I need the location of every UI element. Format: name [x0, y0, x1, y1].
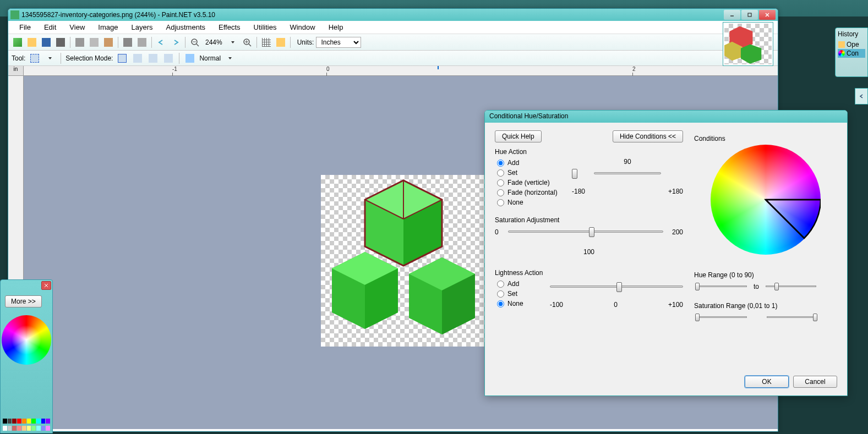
colors-panel[interactable]: More >>	[0, 279, 53, 433]
conditional-hue-sat-dialog[interactable]: Conditional Hue/Saturation Quick Help Hi…	[484, 110, 848, 396]
close-button[interactable]	[759, 10, 776, 20]
menu-window[interactable]: Window	[283, 21, 321, 34]
history-panel[interactable]: History Ope Con	[835, 28, 868, 77]
tool-dropdown[interactable]	[44, 52, 56, 64]
swatch-row[interactable]	[2, 417, 51, 425]
hue-set-radio[interactable]	[497, 169, 504, 177]
svg-line-30	[766, 200, 805, 239]
hue-range-label: Hue Range (0 to 90)	[694, 271, 837, 279]
hue-none-radio[interactable]	[497, 199, 504, 206]
zoom-in-button[interactable]	[241, 36, 253, 48]
paste-button[interactable]	[102, 36, 114, 48]
cut-button[interactable]	[74, 36, 86, 48]
image-canvas[interactable]	[321, 175, 493, 347]
normal-label: Normal	[199, 54, 221, 62]
hue-max: +180	[668, 188, 683, 195]
grid-button[interactable]	[260, 36, 272, 48]
light-set-radio[interactable]	[497, 290, 504, 298]
menu-layers[interactable]: Layers	[124, 21, 159, 34]
hue-fadeh-radio[interactable]	[497, 189, 504, 196]
print-button[interactable]	[54, 36, 67, 48]
hue-add-radio[interactable]	[497, 160, 504, 167]
crop-button[interactable]	[122, 36, 134, 48]
swatch-row[interactable]	[2, 425, 51, 432]
window-title: 1345595827-inventory-categories.png (244…	[21, 11, 724, 19]
menu-utilities[interactable]: Utilities	[247, 21, 283, 34]
saturation-slider[interactable]: 0 200	[495, 226, 683, 244]
zoom-out-button[interactable]	[189, 36, 201, 48]
selmode-subtract[interactable]	[147, 52, 159, 64]
history-title: History	[838, 30, 865, 38]
cursor-marker	[438, 66, 439, 69]
ruler-corner: in	[8, 66, 24, 76]
light-none-radio[interactable]	[497, 300, 504, 307]
zoom-level[interactable]: 244%	[203, 39, 225, 46]
document-thumbnail[interactable]	[723, 22, 773, 66]
selmode-add[interactable]	[132, 52, 144, 64]
menu-view[interactable]: View	[63, 21, 91, 34]
selmode-intersect[interactable]	[162, 52, 174, 64]
saturation-label: Saturation Adjustment	[495, 216, 683, 224]
menu-adjustments[interactable]: Adjustments	[159, 21, 212, 34]
main-toolbar: 244% Units: Inches	[8, 34, 778, 51]
open-button[interactable]	[26, 36, 38, 48]
tool-selector[interactable]	[29, 52, 41, 64]
boxes-image	[321, 175, 493, 347]
maximize-button[interactable]	[741, 10, 758, 20]
dialog-title[interactable]: Conditional Hue/Saturation	[485, 111, 847, 123]
sat-range-min-slider[interactable]	[694, 312, 749, 323]
units-select[interactable]: Inches	[316, 37, 361, 48]
tool-options-bar: Tool: Selection Mode: Normal	[8, 51, 778, 66]
hide-conditions-button[interactable]: Hide Conditions <<	[613, 130, 683, 142]
colors-more-button[interactable]: More >>	[5, 295, 42, 307]
menubar: File Edit View Image Layers Adjustments …	[8, 21, 778, 34]
menu-file[interactable]: File	[13, 21, 37, 34]
menu-help[interactable]: Help	[322, 21, 350, 34]
sat-range-max-slider[interactable]	[765, 312, 820, 323]
colors-close-button[interactable]	[41, 281, 51, 290]
ruler-tick: 2	[632, 66, 636, 72]
hue-range-min-slider[interactable]	[694, 281, 749, 292]
svg-rect-1	[748, 13, 751, 17]
ruler-tick: 0	[326, 66, 330, 72]
new-button[interactable]	[12, 36, 24, 48]
undo-button[interactable]	[155, 36, 167, 48]
lightness-slider[interactable]	[550, 281, 683, 299]
ruler-tick: -1	[172, 66, 177, 72]
app-icon	[10, 10, 19, 19]
svg-line-5	[196, 44, 199, 46]
ok-button[interactable]: OK	[745, 376, 789, 388]
light-add-radio[interactable]	[497, 281, 504, 288]
hue-fadev-radio[interactable]	[497, 179, 504, 186]
normal-dropdown[interactable]	[224, 52, 236, 64]
conditions-color-wheel[interactable]	[711, 145, 821, 255]
deselect-button[interactable]	[136, 36, 148, 48]
flood-mode[interactable]	[184, 52, 196, 64]
ruler-button[interactable]	[275, 36, 287, 48]
cancel-button[interactable]: Cancel	[793, 376, 837, 388]
zoom-dropdown[interactable]	[227, 36, 239, 48]
horizontal-ruler[interactable]: -1 0 2	[24, 66, 778, 76]
quick-help-button[interactable]: Quick Help	[495, 130, 542, 142]
hue-value: 90	[572, 158, 683, 166]
hue-min: -180	[572, 188, 585, 195]
panel-collapse-arrow[interactable]	[855, 88, 868, 105]
titlebar[interactable]: 1345595827-inventory-categories.png (244…	[8, 9, 778, 21]
menu-effects[interactable]: Effects	[212, 21, 247, 34]
copy-button[interactable]	[88, 36, 100, 48]
color-wheel-icon[interactable]	[2, 315, 51, 365]
hue-slider[interactable]	[572, 168, 683, 185]
sat-range-label: Saturation Range (0,01 to 1)	[694, 302, 837, 310]
hue-action-label: Hue Action	[495, 148, 683, 156]
menu-edit[interactable]: Edit	[37, 21, 63, 34]
minimize-button[interactable]	[724, 10, 740, 20]
svg-marker-26	[741, 44, 761, 64]
save-button[interactable]	[40, 36, 52, 48]
history-item-conditional[interactable]: Con	[838, 49, 865, 58]
selmode-replace[interactable]	[116, 52, 128, 64]
history-item-open[interactable]: Ope	[838, 40, 865, 49]
hue-range-max-slider[interactable]	[763, 281, 818, 292]
lightness-label: Lightness Action	[495, 269, 683, 277]
menu-image[interactable]: Image	[91, 21, 124, 34]
redo-button[interactable]	[170, 36, 182, 48]
